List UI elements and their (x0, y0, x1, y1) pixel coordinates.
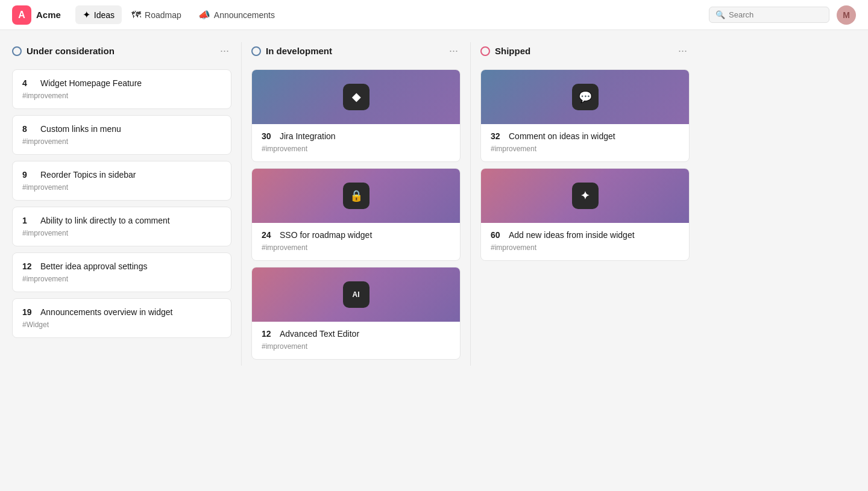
card-id: 1 (22, 216, 34, 225)
search-box[interactable]: 🔍 (709, 7, 829, 23)
card-image-area: AI (252, 267, 460, 322)
column-header: Shipped··· (480, 42, 690, 60)
status-dot (251, 46, 261, 56)
card-id: 4 (22, 78, 34, 88)
column-title: Shipped (495, 46, 530, 56)
board: Under consideration···4Widget Homepage F… (0, 30, 868, 378)
column-header: Under consideration··· (12, 42, 231, 60)
card-tag: #improvement (22, 229, 221, 237)
nav-announcements-label: Announcements (214, 10, 275, 20)
card-id: 32 (491, 131, 503, 141)
card-image-area: 💬 (481, 70, 689, 124)
column-shipped: Shipped···💬32Comment on ideas in widget#… (470, 42, 699, 366)
main-nav: ✦ Ideas 🗺 Roadmap 📣 Announcements (75, 5, 709, 24)
card-title: Custom links in menu (40, 124, 121, 134)
ideas-icon: ✦ (83, 9, 90, 20)
column-menu-button[interactable]: ··· (447, 42, 461, 60)
nav-ideas[interactable]: ✦ Ideas (75, 5, 122, 24)
card-image[interactable]: 🔒24SSO for roadmap widget#improvement (251, 168, 461, 261)
column-title-group: Shipped (480, 46, 530, 56)
card-id: 30 (262, 131, 274, 141)
card-title: Widget Homepage Feature (40, 78, 142, 88)
card-app-icon: 🔒 (343, 183, 370, 209)
card-image[interactable]: AI12Advanced Text Editor#improvement (251, 267, 461, 360)
app-name: Acme (36, 10, 61, 20)
card-image-area: ◆ (252, 70, 460, 124)
card-app-icon: ✦ (572, 183, 599, 209)
card-image-area: ✦ (481, 169, 689, 223)
card-title: Advanced Text Editor (280, 329, 359, 339)
column-title-group: In development (251, 46, 332, 56)
card-title: Better idea approval settings (40, 261, 147, 271)
card-tag: #improvement (491, 243, 679, 252)
card-tag: #improvement (491, 145, 679, 153)
card-text[interactable]: 4Widget Homepage Feature#improvement (12, 69, 231, 109)
card-tag: #improvement (22, 92, 221, 100)
status-dot (12, 46, 22, 56)
column-header: In development··· (251, 42, 461, 60)
column-under-consideration: Under consideration···4Widget Homepage F… (12, 42, 241, 366)
logo-icon: A (12, 5, 31, 25)
column-menu-button[interactable]: ··· (676, 42, 690, 60)
nav-roadmap-label: Roadmap (145, 10, 181, 20)
card-tag: #improvement (262, 243, 450, 252)
roadmap-icon: 🗺 (131, 10, 141, 20)
column-title: In development (266, 46, 332, 56)
status-dot (480, 46, 490, 56)
logo-letter: A (18, 10, 25, 20)
card-text[interactable]: 1Ability to link directly to a comment#i… (12, 207, 231, 246)
card-tag: #improvement (22, 183, 221, 192)
card-id: 12 (262, 329, 274, 339)
nav-roadmap[interactable]: 🗺 Roadmap (124, 6, 189, 24)
card-image[interactable]: ◆30Jira Integration#improvement (251, 69, 461, 162)
avatar[interactable]: M (837, 5, 856, 25)
card-title: Jira Integration (280, 131, 336, 141)
announcements-icon: 📣 (198, 9, 210, 20)
nav-ideas-label: Ideas (94, 10, 115, 20)
card-image[interactable]: 💬32Comment on ideas in widget#improvemen… (480, 69, 690, 162)
card-tag: #improvement (22, 275, 221, 283)
card-id: 12 (22, 261, 34, 271)
card-id: 60 (491, 230, 503, 240)
card-text[interactable]: 8Custom links in menu#improvement (12, 115, 231, 155)
card-title: Announcements overview in widget (40, 307, 172, 317)
search-input[interactable] (729, 10, 823, 19)
card-title: Comment on ideas in widget (509, 131, 615, 141)
card-title: Add new ideas from inside widget (509, 230, 635, 240)
card-tag: #improvement (22, 137, 221, 146)
card-app-icon: ◆ (343, 84, 370, 110)
header-right: 🔍 M (709, 5, 856, 25)
card-text[interactable]: 9Reorder Topics in sidebar#improvement (12, 161, 231, 201)
card-image[interactable]: ✦60Add new ideas from inside widget#impr… (480, 168, 690, 261)
nav-announcements[interactable]: 📣 Announcements (191, 5, 282, 24)
card-title: Ability to link directly to a comment (40, 216, 170, 225)
card-id: 19 (22, 307, 34, 317)
column-menu-button[interactable]: ··· (218, 42, 231, 60)
header: A Acme ✦ Ideas 🗺 Roadmap 📣 Announcements… (0, 0, 868, 30)
card-image-area: 🔒 (252, 169, 460, 223)
logo-group[interactable]: A Acme (12, 5, 61, 25)
search-icon: 🔍 (715, 10, 725, 19)
card-id: 24 (262, 230, 274, 240)
card-app-icon: AI (343, 281, 370, 308)
card-title: SSO for roadmap widget (280, 230, 372, 240)
card-tag: #Widget (22, 321, 221, 329)
card-text[interactable]: 19Announcements overview in widget#Widge… (12, 298, 231, 338)
column-title: Under consideration (27, 46, 115, 56)
card-tag: #improvement (262, 342, 450, 351)
card-id: 9 (22, 170, 34, 180)
card-title: Reorder Topics in sidebar (40, 170, 136, 180)
card-tag: #improvement (262, 145, 450, 153)
card-text[interactable]: 12Better idea approval settings#improvem… (12, 252, 231, 292)
column-title-group: Under consideration (12, 46, 115, 56)
card-app-icon: 💬 (572, 84, 599, 110)
column-in-development: In development···◆30Jira Integration#imp… (241, 42, 470, 366)
card-id: 8 (22, 124, 34, 134)
